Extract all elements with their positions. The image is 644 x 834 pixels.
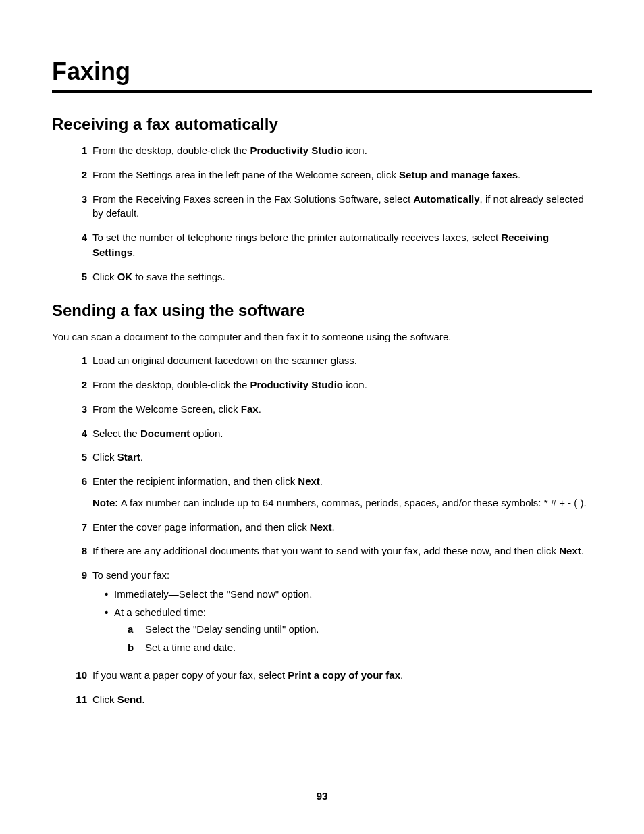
step-number: 2 (72, 167, 87, 182)
step-item: 1Load an original document facedown on t… (72, 353, 592, 368)
step-item: 9To send your fax:Immediately—Select the… (72, 568, 592, 658)
step-text: To send your fax: (92, 568, 592, 583)
alpha-text: Set a time and date. (145, 640, 236, 655)
step-item: 10If you want a paper copy of your fax, … (72, 668, 592, 683)
step-text: If there are any additional documents th… (92, 544, 592, 558)
step-text: Click OK to save the settings. (92, 269, 592, 284)
step-item: 11Click Send. (72, 692, 592, 707)
step-body: Enter the recipient information, and the… (92, 474, 592, 511)
bullet-text: At a scheduled time: (114, 606, 206, 618)
alpha-item: aSelect the "Delay sending until" option… (128, 622, 592, 637)
step-body: From the Settings area in the left pane … (92, 167, 592, 182)
step-number: 7 (72, 520, 87, 535)
page-number: 93 (0, 790, 644, 802)
step-number: 1 (72, 143, 87, 158)
section-receiving-title: Receiving a fax automatically (52, 115, 592, 134)
step-text: Click Send. (92, 692, 592, 707)
step-number: 5 (72, 450, 87, 465)
step-item: 2From the Settings area in the left pane… (72, 167, 592, 182)
step-text: From the Welcome Screen, click Fax. (92, 402, 592, 417)
step-number: 6 (72, 474, 87, 511)
step-item: 4Select the Document option. (72, 426, 592, 441)
step-text: From the Settings area in the left pane … (92, 167, 592, 182)
step-item: 4To set the number of telephone rings be… (72, 230, 592, 260)
step-body: Click OK to save the settings. (92, 269, 592, 284)
alpha-marker: b (128, 640, 140, 655)
alpha-item: bSet a time and date. (128, 640, 592, 655)
step-item: 7Enter the cover page information, and t… (72, 520, 592, 535)
step-item: 6Enter the recipient information, and th… (72, 474, 592, 511)
alpha-marker: a (128, 622, 140, 637)
step-number: 2 (72, 377, 87, 392)
step-item: 3From the Receiving Faxes screen in the … (72, 192, 592, 221)
step-body: If you want a paper copy of your fax, se… (92, 668, 592, 683)
step-body: To send your fax:Immediately—Select the … (92, 568, 592, 658)
step-note: Note: A fax number can include up to 64 … (92, 496, 592, 511)
chapter-title: Faxing (52, 57, 592, 93)
step-text: Enter the recipient information, and the… (92, 474, 592, 489)
step-number: 3 (72, 192, 87, 221)
step-body: Click Send. (92, 692, 592, 707)
step-body: If there are any additional documents th… (92, 544, 592, 558)
step-number: 1 (72, 353, 87, 368)
step-body: From the Receiving Faxes screen in the F… (92, 192, 592, 221)
step-text: Select the Document option. (92, 426, 592, 441)
step-text: Load an original document facedown on th… (92, 353, 592, 368)
step-number: 10 (72, 668, 87, 683)
step-text: From the desktop, double-click the Produ… (92, 377, 592, 392)
step-number: 4 (72, 230, 87, 260)
step-number: 3 (72, 402, 87, 417)
step-item: 5Click Start. (72, 450, 592, 465)
step-item: 2From the desktop, double-click the Prod… (72, 377, 592, 392)
alpha-text: Select the "Delay sending until" option. (145, 622, 319, 637)
step-body: Enter the cover page information, and th… (92, 520, 592, 535)
step-body: From the Welcome Screen, click Fax. (92, 402, 592, 417)
bullet-item: Immediately—Select the "Send now" option… (105, 587, 592, 602)
sending-steps: 1Load an original document facedown on t… (52, 353, 592, 706)
step-text: If you want a paper copy of your fax, se… (92, 668, 592, 683)
step-item: 5Click OK to save the settings. (72, 269, 592, 284)
receiving-steps: 1From the desktop, double-click the Prod… (52, 143, 592, 284)
step-text: From the Receiving Faxes screen in the F… (92, 192, 592, 221)
step-body: Load an original document facedown on th… (92, 353, 592, 368)
bullet-text: Immediately—Select the "Send now" option… (114, 588, 312, 600)
step-text: From the desktop, double-click the Produ… (92, 143, 592, 158)
bullet-list: Immediately—Select the "Send now" option… (92, 587, 592, 655)
step-text: Enter the cover page information, and th… (92, 520, 592, 535)
step-item: 3From the Welcome Screen, click Fax. (72, 402, 592, 417)
step-text: To set the number of telephone rings bef… (92, 230, 592, 260)
step-number: 11 (72, 692, 87, 707)
step-number: 4 (72, 426, 87, 441)
step-body: To set the number of telephone rings bef… (92, 230, 592, 260)
step-body: Select the Document option. (92, 426, 592, 441)
step-number: 9 (72, 568, 87, 658)
step-text: Click Start. (92, 450, 592, 465)
step-item: 8If there are any additional documents t… (72, 544, 592, 558)
step-body: From the desktop, double-click the Produ… (92, 377, 592, 392)
step-body: From the desktop, double-click the Produ… (92, 143, 592, 158)
step-number: 8 (72, 544, 87, 558)
step-item: 1From the desktop, double-click the Prod… (72, 143, 592, 158)
alpha-list: aSelect the "Delay sending until" option… (114, 622, 592, 655)
step-number: 5 (72, 269, 87, 284)
sending-intro: You can scan a document to the computer … (52, 330, 592, 344)
bullet-item: At a scheduled time:aSelect the "Delay s… (105, 605, 592, 655)
section-sending-title: Sending a fax using the software (52, 301, 592, 320)
step-body: Click Start. (92, 450, 592, 465)
